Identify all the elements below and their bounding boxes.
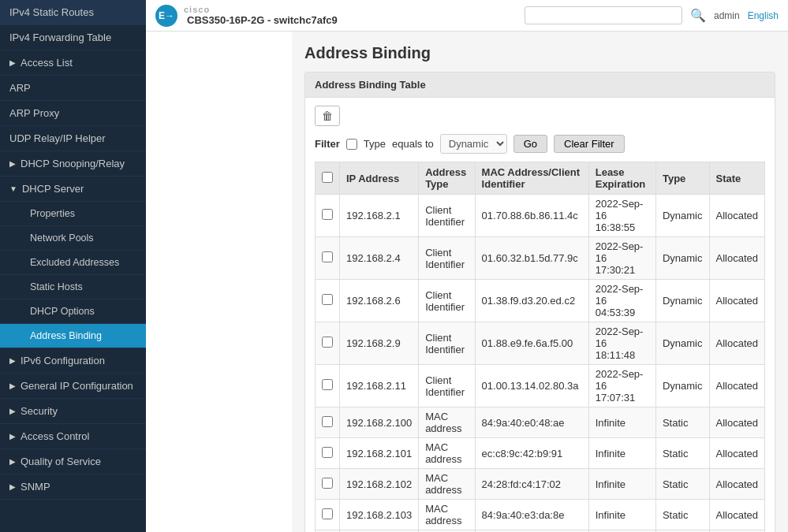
sidebar-item-label: DHCP Snooping/Relay <box>21 158 125 169</box>
sidebar-item-static-hosts[interactable]: Static Hosts <box>0 275 146 299</box>
cell-type: Dynamic <box>655 365 709 407</box>
cell-type: Dynamic <box>655 280 709 322</box>
cell-lease-expiration: Infinite <box>588 469 655 500</box>
search-icon[interactable]: 🔍 <box>690 8 706 23</box>
cell-mac-address/client-identifier: 01.88.e9.fe.6a.f5.00 <box>475 322 588 365</box>
filter-clear-button[interactable]: Clear Filter <box>554 135 625 153</box>
table-row: 192.168.2.6Client Identifier01.38.f9.d3.… <box>316 280 765 322</box>
search-input[interactable] <box>525 6 682 24</box>
sidebar-item-quality-of-service[interactable]: ▶Quality of Service <box>0 449 146 474</box>
cell-mac-address/client-identifier: ec:c8:9c:42:b9:91 <box>475 438 588 469</box>
sidebar-item-label: ARP <box>9 82 31 94</box>
card-header: Address Binding Table <box>305 73 775 98</box>
cell-ip-address: 192.168.2.100 <box>340 407 419 438</box>
col-header-5: Type <box>655 162 709 195</box>
sidebar-item-dhcp-options[interactable]: DHCP Options <box>0 299 146 324</box>
cell-state: Allocated <box>709 365 765 407</box>
filter-checkbox[interactable] <box>346 139 357 150</box>
table-row: 192.168.2.1Client Identifier01.70.88.6b.… <box>316 195 765 237</box>
cell-address-type: Client Identifier <box>419 237 475 280</box>
cell-mac-address/client-identifier: 01.00.13.14.02.80.3a <box>475 365 588 407</box>
chevron-icon: ▶ <box>9 482 16 491</box>
cell-lease-expiration: 2022-Sep-16 16:38:55 <box>588 195 655 237</box>
cell-lease-expiration: 2022-Sep-16 17:07:31 <box>588 365 655 407</box>
sidebar-item-dhcp-snooping[interactable]: ▶DHCP Snooping/Relay <box>0 151 146 177</box>
topbar-brand-area: cisco CBS350-16P-2G - switchc7afc9 <box>184 5 338 26</box>
cell-ip-address: 192.168.2.4 <box>340 237 419 280</box>
sidebar-item-label: DHCP Options <box>30 306 95 317</box>
delete-button[interactable]: 🗑 <box>315 106 340 126</box>
sidebar-item-label: UDP Relay/IP Helper <box>9 132 106 144</box>
filter-go-button[interactable]: Go <box>514 135 547 153</box>
sidebar-item-label: Access List <box>21 57 73 69</box>
sidebar-item-excluded-addresses[interactable]: Excluded Addresses <box>0 251 146 275</box>
cell-state: Allocated <box>709 280 765 322</box>
sidebar-item-snmp[interactable]: ▶SNMP <box>0 474 146 500</box>
col-header-4: Lease Expiration <box>588 162 655 195</box>
cell-address-type: Client Identifier <box>419 195 475 237</box>
sidebar-item-label: ARP Proxy <box>9 107 59 119</box>
language-selector[interactable]: English <box>748 10 779 21</box>
sidebar-item-arp-proxy[interactable]: ARP Proxy <box>0 101 146 126</box>
row-checkbox-cell[interactable] <box>316 237 340 280</box>
table-row: 192.168.2.101MAC addressec:c8:9c:42:b9:9… <box>316 438 765 469</box>
sidebar-item-label: IPv4 Forwarding Table <box>9 32 111 43</box>
cell-state: Allocated <box>709 195 765 237</box>
sidebar-item-udp-relay[interactable]: UDP Relay/IP Helper <box>0 126 146 151</box>
sidebar: IPv4 Static RoutesIPv4 Forwarding Table▶… <box>0 0 146 532</box>
row-checkbox-cell[interactable] <box>316 469 340 500</box>
sidebar-item-address-binding[interactable]: Address Binding <box>0 324 146 348</box>
cell-lease-expiration: Infinite <box>588 438 655 469</box>
row-checkbox-cell[interactable] <box>316 365 340 407</box>
sidebar-item-label: IPv4 Static Routes <box>9 6 94 18</box>
table-row: 192.168.2.102MAC address24:28:fd:c4:17:0… <box>316 469 765 500</box>
sidebar-item-label: Static Hosts <box>30 281 83 292</box>
sidebar-item-ipv4-static-routes[interactable]: IPv4 Static Routes <box>0 0 146 25</box>
table-row: 192.168.2.100MAC address84:9a:40:e0:48:a… <box>316 407 765 438</box>
row-checkbox-cell[interactable] <box>316 438 340 469</box>
chevron-icon: ▶ <box>9 457 16 466</box>
sidebar-item-label: DHCP Server <box>22 183 84 195</box>
cell-ip-address: 192.168.2.102 <box>340 469 419 500</box>
cell-mac-address/client-identifier: 24:28:fd:c4:17:02 <box>475 469 588 500</box>
chevron-icon: ▶ <box>9 58 16 67</box>
page-title: Address Binding <box>304 44 775 62</box>
row-checkbox-cell[interactable] <box>316 280 340 322</box>
sidebar-item-properties[interactable]: Properties <box>0 202 146 226</box>
cell-mac-address/client-identifier: 84:9a:40:e0:48:ae <box>475 407 588 438</box>
sidebar-item-general-ip-configuration[interactable]: ▶General IP Configuration <box>0 374 146 399</box>
address-binding-table: IP AddressAddress TypeMAC Address/Client… <box>315 162 765 532</box>
sidebar-item-ipv6-configuration[interactable]: ▶IPv6 Configuration <box>0 348 146 374</box>
sidebar-item-network-pools[interactable]: Network Pools <box>0 226 146 251</box>
sidebar-item-ipv4-forwarding-table[interactable]: IPv4 Forwarding Table <box>0 25 146 50</box>
sidebar-item-security[interactable]: ▶Security <box>0 399 146 424</box>
cell-ip-address: 192.168.2.103 <box>340 500 419 530</box>
app-logo-icon: E→ <box>155 5 177 27</box>
row-checkbox-cell[interactable] <box>316 500 340 530</box>
col-header-0 <box>316 162 340 195</box>
cell-ip-address: 192.168.2.1 <box>340 195 419 237</box>
cell-lease-expiration: Infinite <box>588 407 655 438</box>
select-all-checkbox[interactable] <box>322 172 333 183</box>
toolbar: 🗑 <box>315 106 765 126</box>
cell-state: Allocated <box>709 237 765 280</box>
cell-address-type: Client Identifier <box>419 365 475 407</box>
filter-equals-label: equals to <box>392 138 434 150</box>
cell-state: Allocated <box>709 322 765 365</box>
filter-value-select[interactable]: Dynamic Static All <box>440 134 507 154</box>
table-header-row: IP AddressAddress TypeMAC Address/Client… <box>316 162 765 195</box>
sidebar-item-dhcp-server[interactable]: ▼DHCP Server <box>0 177 146 202</box>
sidebar-item-label: General IP Configuration <box>21 380 133 392</box>
cell-type: Dynamic <box>655 195 709 237</box>
sidebar-item-access-list[interactable]: ▶Access List <box>0 50 146 76</box>
sidebar-item-access-control[interactable]: ▶Access Control <box>0 424 146 449</box>
row-checkbox-cell[interactable] <box>316 322 340 365</box>
sidebar-item-arp[interactable]: ARP <box>0 76 146 101</box>
sidebar-item-label: SNMP <box>21 481 50 493</box>
chevron-icon: ▼ <box>9 184 17 193</box>
cell-address-type: MAC address <box>419 438 475 469</box>
sidebar-item-label: Access Control <box>21 430 89 442</box>
row-checkbox-cell[interactable] <box>316 195 340 237</box>
table-row: 192.168.2.103MAC address84:9a:40:e3:da:8… <box>316 500 765 530</box>
row-checkbox-cell[interactable] <box>316 407 340 438</box>
